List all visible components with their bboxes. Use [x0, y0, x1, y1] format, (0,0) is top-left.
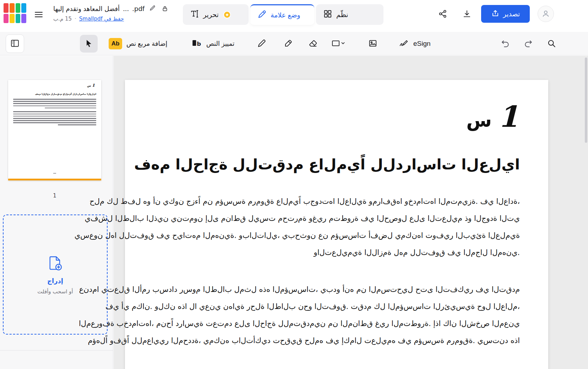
- download-button[interactable]: [459, 6, 475, 22]
- highlighter-icon: [284, 39, 293, 49]
- document-title-row: أفضل المعاهد وتقدم إليها ... .pdf: [53, 4, 169, 13]
- current-page-indicator: [8, 179, 101, 180]
- logo-square: [10, 3, 15, 13]
- text-line: ي‌ت‌ل‌ا‌ ‌ة‌د‌و‌ج‌ل‌ا‌ ‌و‌ذ‌ ‌م‌ي‌ل‌ع‌ت‌…: [160, 210, 520, 227]
- add-text-icon: Ab: [109, 38, 122, 49]
- paragraph-2: م‌د‌ق‌ت‌ل‌ا‌ ‌ي‌ف‌ ‌ر‌ي‌ك‌ف‌ت‌ل‌ا‌ ‌ى‌ت‌…: [160, 281, 520, 349]
- topbar: أفضل المعاهد وتقدم إليها ... .pdf حفظ في…: [0, 0, 588, 32]
- redo-icon: [524, 39, 533, 49]
- text-line: .‌ي‌ن‌ه‌م‌ل‌ا‌ ‌ل‌ا‌ج‌م‌ل‌ا‌ ‌ي‌ف‌ ‌ق‌و‌…: [160, 244, 520, 261]
- thumbnail-paragraph: [13, 111, 96, 125]
- chapter-marker: س 1: [466, 102, 518, 131]
- tab-edit-label: تحرير: [203, 11, 219, 19]
- text-line: ،‌ة‌د‌ا‌ع‌ل‌ا‌ ‌ي‌ف‌ ‌.‌ة‌ز‌ي‌م‌ت‌م‌ل‌ا‌…: [160, 193, 520, 210]
- vertical-scrollbar[interactable]: [585, 58, 587, 143]
- chapter-letter: س: [466, 110, 492, 131]
- file-extension: .pdf: [132, 5, 145, 12]
- svg-text:b: b: [197, 40, 201, 47]
- search-button[interactable]: [543, 35, 560, 53]
- tab-organize-label: نظّم: [336, 11, 348, 19]
- search-icon: [547, 39, 556, 49]
- download-icon: [462, 9, 472, 20]
- share-button[interactable]: [435, 6, 451, 22]
- eraser-icon: [309, 39, 318, 49]
- text-cursor-icon: [190, 9, 199, 20]
- thumbnail-page-footer: [53, 173, 56, 174]
- logo-square: [16, 3, 21, 13]
- text-line: ا‌ذ‌ه‌ ‌د‌ن‌ت‌س‌ي‌ ‌.‌ة‌ق‌و‌م‌ر‌م‌ ‌ة‌س‌…: [160, 332, 520, 349]
- pen-icon: [257, 39, 266, 49]
- text-line: ي‌ن‌ع‌م‌ل‌ا‌ ‌ص‌خ‌ش‌ل‌ا‌ ‌ن‌ا‌ك‌ ‌ا‌ذ‌إ‌…: [160, 315, 520, 332]
- undo-button[interactable]: [496, 35, 514, 53]
- thumbnail-content: س 1 ا‌ي‌ل‌ع‌ل‌ا‌ ‌ت‌ا‌س‌ا‌ر‌د‌ل‌ل‌ ‌اً‌ي…: [13, 83, 96, 175]
- thumbnail-chapter-number: 1: [92, 83, 95, 87]
- marker-pen-icon: [257, 10, 267, 21]
- title-ellipsis: ...: [123, 5, 129, 12]
- text-line: ،‌م‌ل‌ا‌ع‌ل‌ا‌ ‌ل‌و‌ح‌ ‌ة‌ي‌س‌ي‌ئ‌ر‌ل‌ا‌…: [160, 298, 520, 315]
- pen-tool-button[interactable]: [253, 35, 271, 53]
- cursor-arrow-icon: [84, 39, 93, 49]
- sidebar-toggle-button[interactable]: [6, 34, 24, 53]
- app-logo[interactable]: [4, 3, 26, 23]
- text-line: م‌د‌ق‌ت‌ل‌ا‌ ‌ي‌ف‌ ‌ر‌ي‌ك‌ف‌ت‌ل‌ا‌ ‌ى‌ت‌…: [160, 281, 520, 298]
- thumbnail-chapter-letter: س: [87, 84, 91, 87]
- highlight-text-icon: b: [191, 38, 202, 49]
- pro-star-badge: [223, 11, 231, 18]
- undo-icon: [501, 39, 510, 49]
- tab-edit[interactable]: تحرير: [183, 4, 249, 25]
- esign-label: eSign: [413, 40, 431, 48]
- lock-icon: [160, 4, 169, 13]
- separator-dot: ·: [75, 16, 76, 22]
- select-tool-button[interactable]: [80, 35, 98, 53]
- logo-square: [21, 14, 26, 23]
- text-line: ة‌ي‌م‌ل‌ع‌ل‌ا‌ ‌ة‌ئ‌ي‌ب‌ل‌ا‌ ‌ر‌ي‌ف‌و‌ت‌…: [160, 227, 520, 244]
- thumbnail-paragraph: [13, 99, 96, 108]
- image-icon: [368, 39, 377, 49]
- file-size: 15 م.ب: [53, 16, 72, 22]
- document-heading: ا‌ي‌ل‌ع‌ل‌ا‌ ‌ت‌ا‌س‌ا‌ر‌د‌ل‌ل‌ ‌اً‌ي‌م‌ل…: [158, 156, 520, 173]
- shape-tool-button[interactable]: [330, 35, 347, 53]
- document-body: ،‌ة‌د‌ا‌ع‌ل‌ا‌ ‌ي‌ف‌ ‌.‌ة‌ز‌ي‌م‌ت‌م‌ل‌ا‌…: [160, 193, 520, 349]
- highlighter-tool-button[interactable]: [279, 35, 297, 53]
- markup-toolbar: Ab إضافة مربع نص b تمييز النص: [0, 32, 588, 55]
- sidebar-divider: [0, 350, 113, 351]
- rename-button[interactable]: [148, 4, 157, 13]
- tab-markup-label: وضع علامة: [271, 11, 300, 19]
- document-page-1[interactable]: س 1 ا‌ي‌ل‌ع‌ل‌ا‌ ‌ت‌ا‌س‌ا‌ر‌د‌ل‌ل‌ ‌اً‌ي…: [125, 80, 548, 369]
- esign-button[interactable]: eSign: [397, 35, 433, 53]
- signature-icon: [399, 38, 410, 49]
- logo-square: [16, 14, 21, 23]
- share-icon: [438, 9, 447, 20]
- insert-label: إدراج: [47, 277, 63, 284]
- tab-markup[interactable]: وضع علامة: [250, 4, 314, 25]
- paragraph-1: ،‌ة‌د‌ا‌ع‌ل‌ا‌ ‌ي‌ف‌ ‌.‌ة‌ز‌ي‌م‌ت‌م‌ل‌ا‌…: [160, 193, 520, 261]
- person-icon: [541, 9, 550, 19]
- insert-image-button[interactable]: [364, 35, 382, 53]
- add-text-box-button[interactable]: Ab إضافة مربع نص: [107, 35, 169, 53]
- chapter-number: 1: [498, 102, 518, 131]
- thumbnail-page-number: 1: [8, 192, 101, 199]
- eraser-tool-button[interactable]: [304, 35, 322, 53]
- save-to-smallpdf-link[interactable]: حفظ في Smallpdf: [79, 16, 124, 22]
- menu-button[interactable]: [31, 7, 47, 23]
- thumbnail-title: ا‌ي‌ل‌ع‌ل‌ا‌ ‌ت‌ا‌س‌ا‌ر‌د‌ل‌ل‌ ‌اً‌ي‌م‌ل…: [13, 93, 96, 96]
- export-button-label: تصدير: [503, 10, 520, 18]
- page-thumbnail-1[interactable]: س 1 ا‌ي‌ل‌ع‌ل‌ا‌ ‌ت‌ا‌س‌ا‌ر‌د‌ل‌ل‌ ‌اً‌ي…: [8, 80, 101, 180]
- hamburger-icon: [34, 10, 44, 21]
- rectangle-shape-icon: [331, 39, 345, 49]
- document-canvas: س 1 ا‌ي‌ل‌ع‌ل‌ا‌ ‌ت‌ا‌س‌ا‌ر‌د‌ل‌ل‌ ‌اً‌ي…: [114, 56, 588, 369]
- user-avatar[interactable]: [538, 6, 554, 22]
- pencil-icon: [149, 5, 156, 13]
- document-subtitle: حفظ في Smallpdf · 15 م.ب: [53, 16, 124, 22]
- pdf-editor-app: أفضل المعاهد وتقدم إليها ... .pdf حفظ في…: [0, 0, 588, 369]
- logo-square: [21, 3, 26, 13]
- sidebar-panel-icon: [10, 38, 20, 49]
- thumbnail-chapter-marker: س 1: [87, 83, 95, 87]
- highlight-text-button[interactable]: b تمييز النص: [189, 35, 236, 53]
- tab-organize[interactable]: نظّم: [316, 4, 383, 25]
- logo-square: [4, 14, 9, 23]
- export-button[interactable]: تصدير: [481, 5, 530, 23]
- redo-button[interactable]: [519, 35, 537, 53]
- chevron-down-icon: [342, 42, 344, 44]
- grid-icon: [323, 9, 332, 20]
